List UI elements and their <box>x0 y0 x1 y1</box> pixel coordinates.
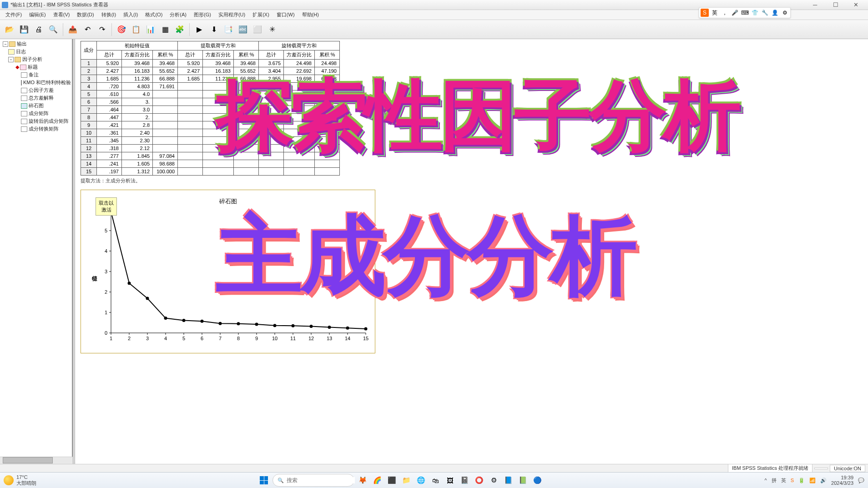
task-explorer[interactable]: 📁 <box>400 474 413 487</box>
tray-volume-icon[interactable]: 🔊 <box>820 478 827 483</box>
cell: .720 <box>97 83 122 91</box>
tree-log[interactable]: 日志 <box>1 48 71 55</box>
task-word[interactable]: 📘 <box>502 474 515 487</box>
ime-user-icon[interactable]: 👤 <box>771 9 779 17</box>
tb-plus[interactable]: ✳ <box>265 23 279 36</box>
tree-totalvar[interactable]: 总方差解释 <box>1 94 71 102</box>
ime-mic-icon[interactable]: 🎤 <box>731 9 739 17</box>
tree-factor[interactable]: − 因子分析 <box>1 55 71 63</box>
tray-notifications-icon[interactable]: 💬 <box>858 478 864 483</box>
table-row[interactable]: 15.92039.46839.4685.92039.46839.4683.675… <box>81 60 340 67</box>
menu-transform[interactable]: 转换(I) <box>98 10 120 19</box>
ime-badge[interactable]: S 英 ， 🎤 ⌨ 👕 🔧 👤 ⚙ <box>699 7 791 18</box>
tree-root[interactable]: − 输出 <box>1 40 71 48</box>
menu-analyze[interactable]: 分析(A) <box>166 10 190 19</box>
ime-lang[interactable]: 英 <box>711 9 719 17</box>
tray-battery-icon[interactable]: 🔋 <box>798 478 805 483</box>
tray-pinyin-icon[interactable]: 拼 <box>772 477 777 484</box>
weather-widget[interactable]: 17°C 大部晴朗 <box>4 474 36 487</box>
cell: 39.468 <box>234 60 259 67</box>
menu-window[interactable]: 窗口(W) <box>273 10 298 19</box>
task-app-1[interactable]: 🦊 <box>356 474 369 487</box>
tree-communal[interactable]: 公因子方差 <box>1 86 71 94</box>
task-store[interactable]: 🛍 <box>429 474 442 487</box>
task-copilot[interactable]: 🌈 <box>371 474 384 487</box>
tray-sogou-icon[interactable]: S <box>791 478 794 483</box>
tree-rotmat[interactable]: 旋转后的成分矩阵 <box>1 117 71 125</box>
task-notes[interactable]: 📓 <box>458 474 471 487</box>
menu-help[interactable]: 帮助(H) <box>298 10 323 19</box>
sidebar-scrollbar[interactable] <box>0 457 73 464</box>
tb-redo[interactable]: ↷ <box>95 23 109 36</box>
collapse-icon[interactable]: − <box>3 41 8 47</box>
cell: .345 <box>97 137 122 145</box>
cell: 16.183 <box>122 67 153 75</box>
menu-view[interactable]: 查看(V) <box>50 10 74 19</box>
task-settings[interactable]: ⚙ <box>487 474 500 487</box>
tray-chevron-icon[interactable]: ^ <box>765 478 767 483</box>
table-row[interactable]: 14.2411.60598.688 <box>81 160 340 168</box>
tb-dialog[interactable]: 📑 <box>222 23 235 36</box>
task-excel[interactable]: 📗 <box>516 474 529 487</box>
tb-insert[interactable]: 📋 <box>129 23 143 36</box>
tb-grid[interactable]: ▦ <box>158 23 172 36</box>
ime-gear-icon[interactable]: ⚙ <box>781 9 789 17</box>
tb-pivot[interactable]: 🧩 <box>173 23 187 36</box>
hdr-component: 成分 <box>81 41 97 60</box>
tb-runsel[interactable]: ▶ <box>192 23 206 36</box>
tb-run[interactable]: ⬇ <box>207 23 221 36</box>
tree-title[interactable]: ◆ 标题 <box>1 63 71 71</box>
status-bar: IBM SPSS Statistics 处理程序就绪 Unicode:ON <box>0 464 868 472</box>
start-button[interactable] <box>257 473 271 487</box>
tree-kmo[interactable]: KMO 和巴特利特检验 <box>1 79 71 86</box>
menu-graphs[interactable]: 图形(G) <box>190 10 215 19</box>
menu-edit[interactable]: 编辑(E) <box>25 10 50 19</box>
ime-kb-icon[interactable]: ⌨ <box>741 9 749 17</box>
tree-scree[interactable]: 碎石图 <box>1 102 71 110</box>
tb-chart[interactable]: 📊 <box>144 23 157 36</box>
task-photos[interactable]: 🖼 <box>444 474 456 487</box>
ime-tool-icon[interactable]: 🔧 <box>761 9 769 17</box>
collapse-icon[interactable]: − <box>8 57 14 62</box>
minimize-button[interactable]: ─ <box>805 0 825 10</box>
menu-insert[interactable]: 插入(I) <box>120 10 141 19</box>
hdr-sub: 总计 <box>178 50 203 60</box>
menu-format[interactable]: 格式(O) <box>141 10 166 19</box>
tray-wifi-icon[interactable]: 📶 <box>809 478 816 483</box>
tray-clock[interactable]: 19:39 2024/3/23 <box>831 475 853 486</box>
tb-export[interactable]: 📤 <box>66 23 80 36</box>
tb-undo[interactable]: ↶ <box>81 23 94 36</box>
menu-file[interactable]: 文件(F) <box>2 10 25 19</box>
tb-goto[interactable]: 🎯 <box>115 23 128 36</box>
menu-data[interactable]: 数据(D) <box>73 10 97 19</box>
tb-open[interactable]: 📂 <box>3 23 16 36</box>
svg-text:2: 2 <box>128 336 131 341</box>
tree-root-label: 输出 <box>17 40 27 47</box>
tb-save[interactable]: 💾 <box>17 23 31 36</box>
tree-note[interactable]: 备注 <box>1 71 71 79</box>
menu-extensions[interactable]: 扩展(X) <box>249 10 273 19</box>
menu-utilities[interactable]: 实用程序(U) <box>215 10 249 19</box>
maximize-button[interactable]: ☐ <box>825 0 846 10</box>
tb-print[interactable]: 🖨 <box>32 23 45 36</box>
close-button[interactable]: ✕ <box>846 0 866 10</box>
task-app-o[interactable]: ⭕ <box>473 474 485 487</box>
task-taskview[interactable]: ⬛ <box>385 474 398 487</box>
tree-compmat[interactable]: 成分矩阵 <box>1 110 71 117</box>
tree-log-label: 日志 <box>16 48 26 55</box>
svg-text:特征值: 特征值 <box>92 276 97 282</box>
tree-transmat[interactable]: 成分转换矩阵 <box>1 125 71 133</box>
taskbar-search[interactable]: 🔍 <box>273 474 354 487</box>
table-row[interactable]: 15.1971.312100.000 <box>81 168 340 176</box>
tb-preview[interactable]: 🔍 <box>46 23 60 36</box>
task-spss[interactable]: 🔵 <box>531 474 544 487</box>
scroll-thumb[interactable] <box>3 457 53 463</box>
search-input[interactable] <box>287 477 355 483</box>
tray-lang-icon[interactable]: 英 <box>781 477 786 484</box>
tb-var[interactable]: 🔤 <box>236 23 250 36</box>
task-edge[interactable]: 🌐 <box>414 474 427 487</box>
svg-text:12: 12 <box>308 336 314 341</box>
ime-punct[interactable]: ， <box>721 9 729 17</box>
ime-skin-icon[interactable]: 👕 <box>751 9 759 17</box>
tb-recent[interactable]: ⬜ <box>251 23 264 36</box>
